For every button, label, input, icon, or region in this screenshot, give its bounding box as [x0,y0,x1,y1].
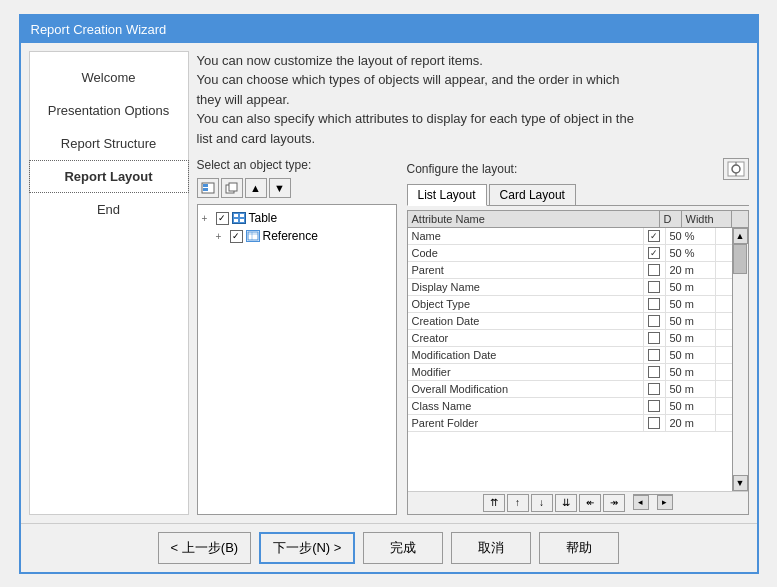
tree-btn-copy[interactable] [221,178,243,198]
sidebar-item-report-layout[interactable]: Report Layout [30,161,188,192]
attr-checked-cell[interactable] [644,279,666,295]
attr-checked-cell[interactable] [644,262,666,278]
table-row[interactable]: Name ✓ 50 % [408,228,732,245]
tree-toolbar: ▲ ▼ [197,178,397,198]
scroll-down-button[interactable]: ▼ [733,475,748,491]
attr-extra-cell [716,381,732,397]
attr-checked-cell[interactable] [644,398,666,414]
sidebar-item-welcome[interactable]: Welcome [30,62,188,93]
attr-checkbox[interactable] [648,332,660,344]
sidebar-item-end[interactable]: End [30,194,188,225]
attr-checkbox[interactable] [648,383,660,395]
attr-width-cell: 50 % [666,228,716,244]
attr-checkbox[interactable] [648,298,660,310]
attr-name-cell: Object Type [408,296,644,312]
attr-move-top[interactable]: ⇈ [483,494,505,512]
attr-checkbox[interactable] [648,417,660,429]
scroll-up-button[interactable]: ▲ [733,228,748,244]
hscroll-left[interactable]: ◂ [633,495,649,510]
attr-checkbox[interactable] [648,349,660,361]
table-row[interactable]: Overall Modification 50 m [408,381,732,398]
attr-checkbox[interactable] [648,281,660,293]
attr-move-bottom[interactable]: ⇊ [555,494,577,512]
desc-line4: You can also specify which attributes to… [197,109,749,129]
table-row[interactable]: Object Type 50 m [408,296,732,313]
scroll-thumb[interactable] [733,244,747,274]
table-row[interactable]: Display Name 50 m [408,279,732,296]
attr-extra-cell [716,296,732,312]
attr-width-cell: 50 m [666,330,716,346]
tree-btn-select[interactable] [197,178,219,198]
tree-item-table[interactable]: + ✓ Table [202,209,392,227]
back-button[interactable]: < 上一步(B) [158,532,252,564]
table-row[interactable]: Creator 50 m [408,330,732,347]
table-row[interactable]: Class Name 50 m [408,398,732,415]
attr-checkbox[interactable] [648,315,660,327]
attr-width-cell: 50 % [666,245,716,261]
right-panel: Configure the layout: List Layout Card L… [407,158,749,515]
tab-card-layout[interactable]: Card Layout [489,184,576,205]
hscroll-right[interactable]: ▸ [657,495,673,510]
cancel-button[interactable]: 取消 [451,532,531,564]
sidebar-item-report-structure[interactable]: Report Structure [30,128,188,159]
attr-move-down[interactable]: ↓ [531,494,553,512]
checkbox-reference[interactable]: ✓ [230,230,243,243]
attr-checkbox[interactable]: ✓ [648,247,660,259]
tab-list-layout[interactable]: List Layout [407,184,487,206]
expander-table[interactable]: + [202,213,214,224]
tree-btn-down[interactable]: ▼ [269,178,291,198]
attr-checked-cell[interactable] [644,415,666,431]
attr-extra-cell [716,228,732,244]
tabs-row: List Layout Card Layout [407,184,749,206]
attr-checked-cell[interactable]: ✓ [644,228,666,244]
horizontal-scrollbar[interactable]: ◂ ▸ [633,494,673,510]
layout-area: Select an object type: ▲ ▼ + [197,158,749,515]
configure-header: Configure the layout: [407,158,749,180]
object-type-tree[interactable]: + ✓ Table + ✓ [197,204,397,515]
attr-scroll-right[interactable]: ↠ [603,494,625,512]
attr-checked-cell[interactable] [644,364,666,380]
sidebar: Welcome Presentation Options Report Stru… [29,51,189,515]
table-row[interactable]: Modifier 50 m [408,364,732,381]
tree-label-table: Table [249,211,278,225]
attr-name-cell: Modification Date [408,347,644,363]
tree-item-reference[interactable]: + ✓ Reference [216,227,392,245]
attr-checkbox[interactable] [648,264,660,276]
attr-rows-wrapper: Name ✓ 50 % Code ✓ 50 % Parent 20 m Disp… [408,228,732,491]
table-type-icon [231,211,247,225]
table-row[interactable]: Modification Date 50 m [408,347,732,364]
attr-width-cell: 50 m [666,398,716,414]
attr-checked-cell[interactable]: ✓ [644,245,666,261]
attr-checkbox[interactable]: ✓ [648,230,660,242]
attr-name-cell: Parent Folder [408,415,644,431]
expander-reference[interactable]: + [216,231,228,242]
tree-btn-up[interactable]: ▲ [245,178,267,198]
attrs-with-scroll: Name ✓ 50 % Code ✓ 50 % Parent 20 m Disp… [408,228,748,491]
help-button[interactable]: 帮助 [539,532,619,564]
attr-checkbox[interactable] [648,366,660,378]
scroll-track[interactable] [733,244,748,475]
table-row[interactable]: Parent 20 m [408,262,732,279]
table-row[interactable]: Code ✓ 50 % [408,245,732,262]
attr-checked-cell[interactable] [644,296,666,312]
dialog-body: Welcome Presentation Options Report Stru… [21,43,757,523]
attr-checked-cell[interactable] [644,313,666,329]
checkbox-table[interactable]: ✓ [216,212,229,225]
next-button[interactable]: 下一步(N) > [259,532,355,564]
attr-checkbox[interactable] [648,400,660,412]
attr-move-left[interactable]: ↞ [579,494,601,512]
table-row[interactable]: Parent Folder 20 m [408,415,732,432]
sidebar-item-presentation-options[interactable]: Presentation Options [30,95,188,126]
header-attr-name: Attribute Name [408,211,660,227]
attr-extra-cell [716,364,732,380]
attr-checked-cell[interactable] [644,381,666,397]
attr-name-cell: Creation Date [408,313,644,329]
table-row[interactable]: Creation Date 50 m [408,313,732,330]
configure-icon-button[interactable] [723,158,749,180]
vertical-scrollbar[interactable]: ▲ ▼ [732,228,748,491]
finish-button[interactable]: 完成 [363,532,443,564]
attr-checked-cell[interactable] [644,347,666,363]
attr-checked-cell[interactable] [644,330,666,346]
attr-move-up[interactable]: ↑ [507,494,529,512]
hscroll-track[interactable] [649,495,657,510]
